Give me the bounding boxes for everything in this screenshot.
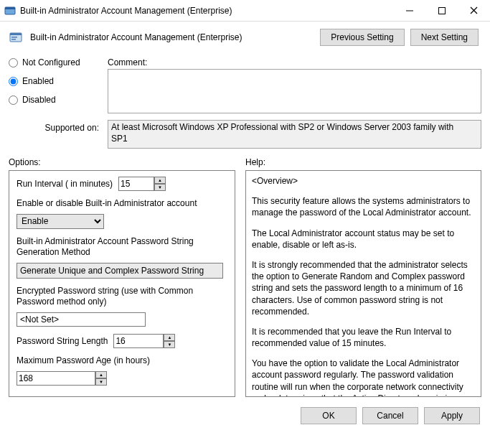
svg-rect-7 [10,33,22,35]
app-icon [4,5,16,17]
gen-method-label: Built-in Administrator Account Password … [17,236,227,258]
policy-icon [9,30,23,45]
svg-rect-1 [5,7,15,9]
radio-enabled-label: Enabled [22,76,54,86]
spinner-down-icon[interactable]: ▼ [154,184,166,191]
spinner-up-icon[interactable]: ▲ [154,177,166,184]
svg-rect-3 [438,7,445,14]
enable-disable-label: Enable or disable Built-in Administrator… [17,198,227,210]
encrypted-password-label: Encrypted Password string (use with Comm… [17,286,227,308]
apply-button[interactable]: Apply [424,407,480,424]
svg-rect-9 [11,39,16,40]
gen-method-value[interactable]: Generate Unique and Complex Password Str… [17,263,223,279]
help-text: This security feature allows the systems… [252,195,475,218]
radio-disabled-label: Disabled [22,95,56,105]
help-text: It is strongly recommended that the admi… [252,259,475,317]
radio-not-configured[interactable]: Not Configured [9,57,98,67]
help-panel: <Overview> This security feature allows … [245,170,481,397]
state-radios: Not Configured Enabled Disabled [9,55,98,116]
minimize-button[interactable] [393,0,425,21]
options-label: Options: [9,157,235,167]
run-interval-input[interactable] [118,177,154,191]
help-label: Help: [245,157,481,167]
max-password-age-label: Maximum Password Age (in hours) [17,355,227,367]
spinner-down-icon[interactable]: ▼ [164,341,175,348]
header: Built-in Administrator Account Managemen… [0,22,490,50]
encrypted-password-input[interactable] [17,312,146,327]
supported-on-text: At least Microsoft Windows XP Profession… [111,122,453,144]
comment-label: Comment: [108,55,481,67]
comment-textarea[interactable] [108,69,481,113]
ok-button[interactable]: OK [301,407,357,424]
password-length-input[interactable] [113,334,164,348]
cancel-button[interactable]: Cancel [362,407,418,424]
help-text: The Local Administrator account status m… [252,228,475,251]
page-title: Built-in Administrator Account Managemen… [30,32,313,42]
radio-enabled[interactable]: Enabled [9,76,98,86]
footer: OK Cancel Apply [0,400,490,431]
svg-rect-8 [11,37,17,38]
help-text: You have the option to validate the Loca… [252,358,475,397]
spinner-up-icon[interactable]: ▲ [164,334,175,341]
radio-not-configured-input[interactable] [9,58,18,67]
spinner-down-icon[interactable]: ▼ [95,378,107,386]
radio-disabled-input[interactable] [9,95,18,105]
radio-not-configured-label: Not Configured [22,57,80,67]
max-password-age-input[interactable] [17,371,95,386]
maximize-button[interactable] [425,0,458,21]
help-text: It is recommended that you leave the Run… [252,326,475,349]
previous-setting-button[interactable]: Previous Setting [320,29,404,46]
supported-on-label: Supported on: [9,120,102,149]
radio-disabled[interactable]: Disabled [9,95,98,105]
password-length-label: Password String Length [17,336,108,346]
radio-enabled-input[interactable] [9,77,18,86]
window-title: Built-in Administrator Account Managemen… [20,6,393,16]
run-interval-label: Run Interval ( in minutes) [17,179,113,189]
supported-on-box: At least Microsoft Windows XP Profession… [108,120,481,149]
spinner-up-icon[interactable]: ▲ [95,371,107,378]
title-bar: Built-in Administrator Account Managemen… [0,0,490,22]
next-setting-button[interactable]: Next Setting [410,29,479,46]
options-panel: Run Interval ( in minutes) ▲ ▼ Enable or… [9,170,235,397]
enable-disable-select[interactable]: Enable [17,214,104,229]
help-text: <Overview> [252,175,475,187]
window-controls [393,0,490,21]
close-button[interactable] [458,0,490,21]
